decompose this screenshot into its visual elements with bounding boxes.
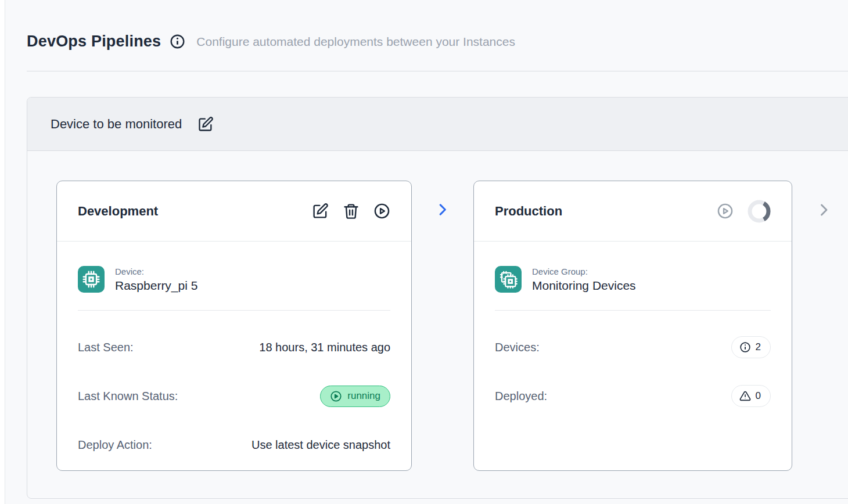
deployed-count-badge[interactable]: 0 (731, 385, 771, 407)
chip-group-icon (495, 266, 522, 293)
pipeline-stages: Development (27, 151, 848, 471)
spinner-icon (748, 200, 771, 223)
stage-title: Production (495, 204, 562, 219)
status-badge: running (320, 386, 390, 407)
play-circle-icon (330, 390, 342, 402)
main-content: DevOps Pipelines Configure automated dep… (5, 0, 848, 504)
card-divider (78, 310, 390, 311)
deployed-row: Deployed: 0 (495, 384, 771, 408)
stage-card-development: Development (56, 181, 412, 471)
warning-triangle-icon (739, 390, 751, 402)
header-divider (27, 71, 848, 71)
deploy-action-row: Deploy Action: Use latest device snapsho… (78, 433, 390, 457)
stage-card-production: Production (473, 181, 792, 471)
card-divider (495, 310, 771, 311)
devices-count: 2 (756, 341, 761, 353)
device-name: Raspberry_pi 5 (115, 279, 197, 293)
pipeline-name: Device to be monitored (51, 117, 182, 132)
device-group-label: Device Group: (532, 267, 636, 276)
last-seen-row: Last Seen: 18 hours, 31 minutes ago (78, 335, 390, 359)
stage-title: Development (78, 204, 158, 219)
production-card-body: Device Group: Monitoring Devices Devices… (474, 242, 792, 408)
devices-label: Devices: (495, 341, 540, 354)
deployed-count: 0 (756, 390, 761, 402)
status-label: Last Known Status: (78, 390, 178, 403)
device-label: Device: (115, 267, 197, 276)
deploy-action-label: Deploy Action: (78, 438, 152, 452)
status-badge-label: running (347, 390, 380, 402)
device-row: Device: Raspberry_pi 5 (78, 266, 390, 293)
pipeline-panel-header: Device to be monitored (27, 98, 848, 151)
trash-icon[interactable] (343, 203, 360, 219)
play-circle-icon[interactable] (717, 203, 734, 219)
status-row: Last Known Status: running (78, 384, 390, 408)
last-seen-label: Last Seen: (78, 341, 134, 354)
deployed-label: Deployed: (495, 390, 547, 403)
chevron-right-icon[interactable] (816, 202, 832, 218)
pipeline-panel: Device to be monitored Development (27, 97, 848, 499)
chip-icon (78, 266, 105, 293)
development-card-header: Development (57, 181, 411, 242)
development-card-body: Device: Raspberry_pi 5 Last Seen: 18 hou… (57, 242, 411, 457)
last-seen-value: 18 hours, 31 minutes ago (259, 341, 390, 354)
info-icon[interactable] (170, 34, 185, 49)
page-header: DevOps Pipelines Configure automated dep… (27, 33, 515, 51)
development-actions (312, 203, 390, 219)
device-group-row: Device Group: Monitoring Devices (495, 266, 771, 293)
play-circle-icon[interactable] (373, 203, 390, 219)
page-title: DevOps Pipelines (27, 33, 161, 51)
edit-icon[interactable] (312, 203, 329, 219)
devices-count-badge[interactable]: 2 (731, 336, 771, 358)
production-card-header: Production (474, 181, 792, 242)
deploy-action-value: Use latest device snapshot (251, 438, 390, 452)
production-actions (717, 200, 771, 223)
info-circle-icon (739, 341, 751, 353)
chevron-right-icon (412, 202, 473, 217)
device-group-name: Monitoring Devices (532, 279, 636, 293)
page-subtitle: Configure automated deployments between … (196, 35, 515, 49)
edit-icon[interactable] (197, 116, 214, 132)
devices-row: Devices: 2 (495, 335, 771, 359)
